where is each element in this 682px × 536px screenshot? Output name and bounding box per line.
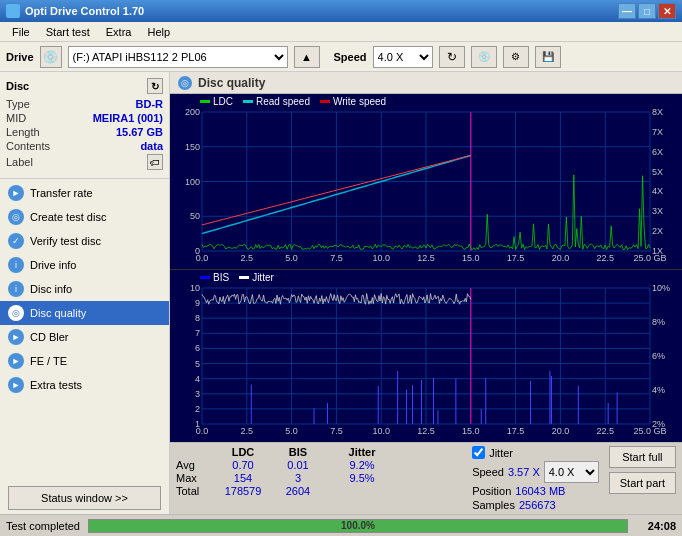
nav-disc-info-label: Disc info — [30, 283, 72, 295]
speed-select[interactable]: 4.0 X — [373, 46, 433, 68]
length-key: Length — [6, 126, 40, 138]
menu-extra[interactable]: Extra — [98, 24, 140, 40]
row-avg-ldc: 0.70 — [212, 459, 274, 471]
samples-label: Samples — [472, 499, 515, 511]
col-jitter-header: Jitter — [338, 446, 386, 458]
disc-refresh-btn[interactable]: ↻ — [147, 78, 163, 94]
col-bis-header: BIS — [274, 446, 322, 458]
disc-quality-header-icon: ◎ — [178, 76, 192, 90]
speed-select-stat[interactable]: 4.0 X — [544, 461, 599, 483]
nav-transfer-rate[interactable]: ► Transfer rate — [0, 181, 169, 205]
extra-tests-icon: ► — [8, 377, 24, 393]
legend-write-speed-label: Write speed — [333, 96, 386, 107]
nav-extra-tests[interactable]: ► Extra tests — [0, 373, 169, 397]
nav-drive-info-label: Drive info — [30, 259, 76, 271]
refresh-button[interactable]: ↻ — [439, 46, 465, 68]
minimize-button[interactable]: — — [618, 3, 636, 19]
nav-transfer-rate-label: Transfer rate — [30, 187, 93, 199]
col-ldc-header: LDC — [212, 446, 274, 458]
col-check-space — [322, 446, 338, 458]
row-max-jitter: 9.5% — [338, 472, 386, 484]
disc-quality-title: Disc quality — [198, 76, 265, 90]
row-max-label: Max — [176, 472, 212, 484]
results-table: LDC BIS Jitter Avg 0.70 0.01 9.2% Max 15… — [176, 446, 462, 497]
row-total-jitter — [338, 485, 386, 497]
close-button[interactable]: ✕ — [658, 3, 676, 19]
menu-bar: File Start test Extra Help — [0, 22, 682, 42]
disc-quality-header: ◎ Disc quality — [170, 72, 682, 94]
menu-start-test[interactable]: Start test — [38, 24, 98, 40]
nav-disc-quality[interactable]: ◎ Disc quality — [0, 301, 169, 325]
type-key: Type — [6, 98, 30, 110]
disc-read-button[interactable]: 💿 — [471, 46, 497, 68]
progress-bar-container: 100.0% — [88, 519, 628, 533]
position-value: 16043 MB — [515, 485, 565, 497]
verify-test-disc-icon: ✓ — [8, 233, 24, 249]
legend-read-speed-label: Read speed — [256, 96, 310, 107]
title-bar: Opti Drive Control 1.70 — □ ✕ — [0, 0, 682, 22]
jitter-check-label: Jitter — [489, 447, 513, 459]
col-blank — [176, 446, 212, 458]
label-key: Label — [6, 156, 33, 168]
disc-length-row: Length 15.67 GB — [6, 126, 163, 138]
status-window-button[interactable]: Status window >> — [8, 486, 161, 510]
cd-bler-icon: ► — [8, 329, 24, 345]
eject-button[interactable]: ▲ — [294, 46, 320, 68]
row-avg-jitter: 9.2% — [338, 459, 386, 471]
menu-file[interactable]: File — [4, 24, 38, 40]
disc-label-row: Label 🏷 — [6, 154, 163, 170]
legend-ldc: LDC — [200, 96, 233, 107]
drive-select[interactable]: (F:) ATAPI iHBS112 2 PL06 — [68, 46, 288, 68]
read-speed-color — [243, 100, 253, 103]
position-label: Position — [472, 485, 511, 497]
maximize-button[interactable]: □ — [638, 3, 656, 19]
type-val: BD-R — [136, 98, 164, 110]
row-total-check — [322, 485, 338, 497]
drive-bar: Drive 💿 (F:) ATAPI iHBS112 2 PL06 ▲ Spee… — [0, 42, 682, 72]
disc-info-panel: Disc ↻ Type BD-R MID MEIRA1 (001) Length… — [0, 72, 169, 179]
legend-read-speed: Read speed — [243, 96, 310, 107]
menu-help[interactable]: Help — [139, 24, 178, 40]
jitter-checkbox[interactable] — [472, 446, 485, 459]
drive-icon-btn[interactable]: 💿 — [40, 46, 62, 68]
legend-bis: BIS — [200, 272, 229, 283]
transfer-rate-icon: ► — [8, 185, 24, 201]
speed-value-stat: 3.57 X — [508, 466, 540, 478]
start-part-button[interactable]: Start part — [609, 472, 676, 494]
mid-val: MEIRA1 (001) — [93, 112, 163, 124]
nav-create-test-disc-label: Create test disc — [30, 211, 106, 223]
legend-jitter-label: Jitter — [252, 272, 274, 283]
speed-label: Speed — [334, 51, 367, 63]
app-title: Opti Drive Control 1.70 — [25, 5, 144, 17]
bis-canvas — [170, 270, 682, 442]
nav-drive-info[interactable]: i Drive info — [0, 253, 169, 277]
write-speed-color — [320, 100, 330, 103]
jitter-color — [239, 276, 249, 279]
start-full-button[interactable]: Start full — [609, 446, 676, 468]
action-buttons: Start full Start part — [609, 446, 676, 494]
row-avg-check — [322, 459, 338, 471]
row-max-ldc: 154 — [212, 472, 274, 484]
nav-disc-info[interactable]: i Disc info — [0, 277, 169, 301]
nav-create-test-disc[interactable]: ◎ Create test disc — [0, 205, 169, 229]
sidebar: Disc ↻ Type BD-R MID MEIRA1 (001) Length… — [0, 72, 170, 514]
right-stats: Jitter Speed 3.57 X 4.0 X Position 16043… — [472, 446, 599, 511]
bis-color — [200, 276, 210, 279]
nav-fe-te[interactable]: ► FE / TE — [0, 349, 169, 373]
nav-cd-bler[interactable]: ► CD Bler — [0, 325, 169, 349]
progress-text: 100.0% — [89, 520, 627, 532]
save-button[interactable]: 💾 — [535, 46, 561, 68]
settings-button[interactable]: ⚙ — [503, 46, 529, 68]
fe-te-icon: ► — [8, 353, 24, 369]
row-total-label: Total — [176, 485, 212, 497]
row-avg-bis: 0.01 — [274, 459, 322, 471]
time-display: 24:08 — [636, 520, 676, 532]
content-area: ◎ Disc quality LDC Read speed Wr — [170, 72, 682, 514]
nav-disc-quality-label: Disc quality — [30, 307, 86, 319]
label-icon-btn[interactable]: 🏷 — [147, 154, 163, 170]
disc-quality-icon: ◎ — [8, 305, 24, 321]
disc-header-label: Disc — [6, 80, 29, 92]
legend-write-speed: Write speed — [320, 96, 386, 107]
row-total-bis: 2604 — [274, 485, 322, 497]
nav-verify-test-disc[interactable]: ✓ Verify test disc — [0, 229, 169, 253]
